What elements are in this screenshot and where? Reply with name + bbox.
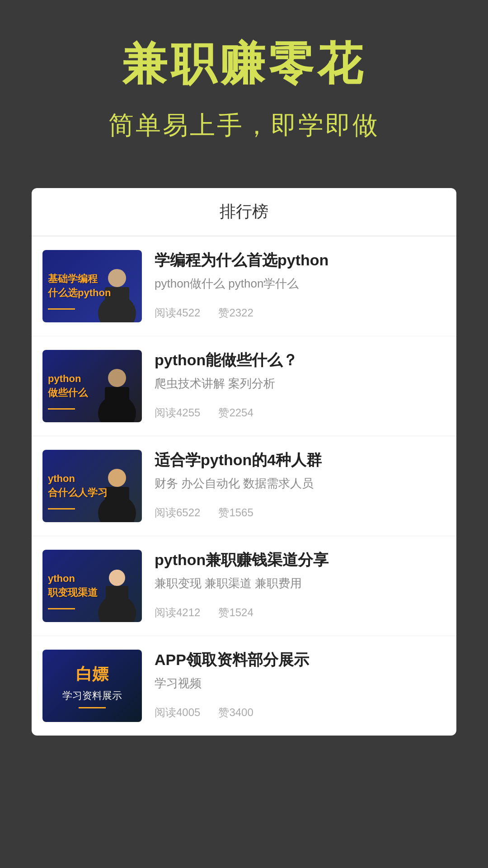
thumbnail-3: ython合什么人学习 <box>42 450 142 522</box>
item-tags-2: 爬虫技术讲解 案列分析 <box>155 375 446 392</box>
reads-2: 阅读4255 <box>155 406 200 420</box>
thumbnail-1: 基础学编程什么选python <box>42 250 142 322</box>
thumb-person-2 <box>92 359 142 422</box>
item-title-1: 学编程为什么首选python <box>155 250 446 270</box>
likes-4: 赞1524 <box>218 605 253 620</box>
svg-rect-8 <box>105 487 129 514</box>
svg-rect-11 <box>106 586 128 613</box>
thumb-text-1: 基础学编程什么选python <box>48 272 111 300</box>
thumb-underline-1 <box>48 308 75 310</box>
item-stats-3: 阅读6522 赞1565 <box>155 505 446 520</box>
main-title: 兼职赚零花 <box>122 36 366 90</box>
item-title-3: 适合学python的4种人群 <box>155 450 446 470</box>
ranking-header-text: 排行榜 <box>220 202 268 221</box>
item-stats-4: 阅读4212 赞1524 <box>155 605 446 620</box>
list-item[interactable]: 基础学编程什么选python 学编程为什么首选python python做什么 … <box>32 236 456 336</box>
item-content-5: APP领取资料部分展示 学习视频 阅读4005 赞3400 <box>142 650 446 720</box>
svg-point-6 <box>108 469 126 487</box>
thumbnail-2: python做些什么 <box>42 350 142 422</box>
reads-3: 阅读6522 <box>155 505 200 520</box>
thumb-person-4 <box>92 559 142 622</box>
svg-point-9 <box>109 570 125 586</box>
item-content-4: python兼职赚钱渠道分享 兼职变现 兼职渠道 兼职费用 阅读4212 赞15… <box>142 550 446 620</box>
item-tags-3: 财务 办公自动化 数据需求人员 <box>155 475 446 491</box>
ranking-header: 排行榜 <box>32 188 456 236</box>
thumb-underline-4 <box>48 608 75 609</box>
likes-3: 赞1565 <box>218 505 253 520</box>
list-item[interactable]: 白嫖 学习资料展示 APP领取资料部分展示 学习视频 阅读4005 赞3400 <box>32 636 456 736</box>
item-stats-1: 阅读4522 赞2322 <box>155 306 446 320</box>
reads-5: 阅读4005 <box>155 705 200 720</box>
header-section: 兼职赚零花 简单易上手，即学即做 <box>0 0 488 188</box>
thumb-underline-2 <box>48 408 75 410</box>
item-stats-2: 阅读4255 赞2254 <box>155 406 446 420</box>
thumb-5-subtitle: 学习资料展示 <box>62 689 122 703</box>
item-content-2: python能做些什么？ 爬虫技术讲解 案列分析 阅读4255 赞2254 <box>142 350 446 420</box>
item-content-3: 适合学python的4种人群 财务 办公自动化 数据需求人员 阅读6522 赞1… <box>142 450 446 520</box>
thumb-text-4: ython职变现渠道 <box>48 572 98 600</box>
likes-5: 赞3400 <box>218 705 253 720</box>
item-title-5: APP领取资料部分展示 <box>155 650 446 670</box>
thumb-text-3: ython合什么人学习 <box>48 472 108 500</box>
thumbnail-4: ython职变现渠道 <box>42 550 142 622</box>
thumbnail-5: 白嫖 学习资料展示 <box>42 650 142 722</box>
list-item[interactable]: ython合什么人学习 适合学python的4种人群 财务 办公自动化 数据需求… <box>32 436 456 536</box>
list-item[interactable]: ython职变现渠道 python兼职赚钱渠道分享 兼职变现 兼职渠道 兼职费用… <box>32 536 456 636</box>
item-tags-1: python做什么 python学什么 <box>155 275 446 292</box>
likes-1: 赞2322 <box>218 306 253 320</box>
item-title-2: python能做些什么？ <box>155 350 446 370</box>
item-tags-4: 兼职变现 兼职渠道 兼职费用 <box>155 575 446 591</box>
thumb-5-content: 白嫖 学习资料展示 <box>62 663 122 708</box>
item-tags-5: 学习视频 <box>155 675 446 691</box>
thumb-5-title: 白嫖 <box>76 663 108 685</box>
sub-title: 简单易上手，即学即做 <box>108 108 380 143</box>
item-stats-5: 阅读4005 赞3400 <box>155 705 446 720</box>
reads-1: 阅读4522 <box>155 306 200 320</box>
svg-rect-5 <box>105 387 129 414</box>
svg-point-3 <box>108 369 126 387</box>
thumb-5-underline <box>79 707 106 708</box>
item-content-1: 学编程为什么首选python python做什么 python学什么 阅读452… <box>142 250 446 320</box>
likes-2: 赞2254 <box>218 406 253 420</box>
list-item[interactable]: python做些什么 python能做些什么？ 爬虫技术讲解 案列分析 阅读42… <box>32 336 456 436</box>
ranking-card: 排行榜 基础学编程什么选python 学编程为什么首选python python… <box>32 188 456 736</box>
reads-4: 阅读4212 <box>155 605 200 620</box>
thumb-text-2: python做些什么 <box>48 372 88 400</box>
thumb-underline-3 <box>48 508 75 509</box>
item-title-4: python兼职赚钱渠道分享 <box>155 550 446 570</box>
